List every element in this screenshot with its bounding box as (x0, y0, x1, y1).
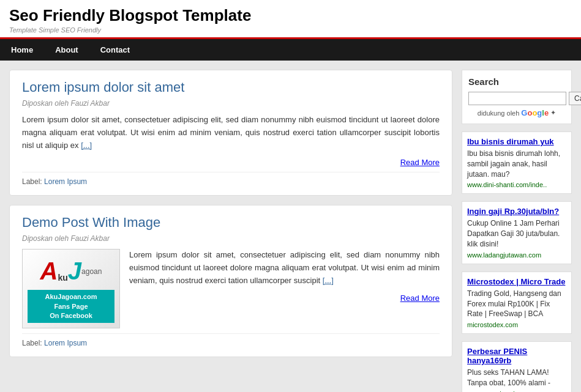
post-1-read-more: Read More (22, 158, 440, 167)
ad-2-desc: Cukup Online 1 Jam Perhari Dapatkan Gaji… (467, 218, 566, 249)
search-widget: Search Cari didukung oleh Google ✦ (462, 70, 572, 124)
page-wrapper: Lorem ipsum dolor sit amet Diposkan oleh… (0, 61, 581, 392)
post-2-title: Demo Post With Image (22, 215, 440, 231)
site-header: Seo Friendly Blogspot Template Template … (0, 0, 581, 37)
post-2-content: Lorem ipsum dolor sit amet, consectetuer… (129, 249, 440, 287)
post-2-image: A ku J agoan AkuJagoan.com Fans Page On … (22, 249, 120, 328)
img-bottom-text: AkuJagoan.com Fans Page On Facebook (28, 290, 114, 323)
ad-3-url: microstodex.com (467, 321, 566, 328)
post-2-read-more: Read More (129, 294, 440, 303)
post-2-body: A ku J agoan AkuJagoan.com Fans Page On … (22, 249, 440, 328)
nav-item-about[interactable]: About (44, 39, 89, 61)
ad-4-title[interactable]: Perbesar PENIS hanya169rb (467, 347, 566, 365)
post-1-title: Lorem ipsum dolor sit amet (22, 80, 440, 95)
ad-2-url: www.ladangjutawan.com (467, 251, 566, 259)
post-2-more-link[interactable]: [...] (323, 276, 334, 285)
nav-link-contact[interactable]: Contact (89, 39, 141, 61)
site-title: Seo Friendly Blogspot Template (9, 6, 572, 25)
main-content: Lorem ipsum dolor sit amet Diposkan oleh… (9, 70, 452, 392)
sidebar: Search Cari didukung oleh Google ✦ Ibu b… (462, 70, 572, 392)
post-2-author: Diposkan oleh Fauzi Akbar (22, 234, 440, 243)
ad-1-title[interactable]: Ibu bisnis dirumah yuk (467, 137, 566, 146)
site-tagline: Template Simple SEO Friendly (9, 26, 572, 34)
img-letter-agoan: agoan (81, 267, 102, 276)
nav-link-home[interactable]: Home (0, 39, 44, 61)
ad-2-title[interactable]: Ingin gaji Rp.30juta/bln? (467, 207, 566, 216)
search-input[interactable] (468, 92, 566, 105)
img-letter-j: J (68, 257, 81, 285)
search-button[interactable]: Cari (569, 92, 581, 105)
post-2-label: Label: Lorem Ipsum (22, 333, 440, 347)
google-powered: didukung oleh Google ✦ (468, 108, 565, 117)
search-title: Search (468, 76, 565, 87)
ad-3-title[interactable]: Microstodex | Micro Trade (467, 277, 566, 286)
post-1-label: Label: Lorem Ipsum (22, 172, 440, 186)
nav-link-about[interactable]: About (44, 39, 89, 61)
img-letter-a: A (40, 257, 58, 285)
nav-item-home[interactable]: Home (0, 39, 44, 61)
post-1-label-link[interactable]: Lorem Ipsum (44, 177, 87, 186)
post-2-label-link[interactable]: Lorem Ipsum (44, 339, 87, 347)
post-1: Lorem ipsum dolor sit amet Diposkan oleh… (9, 70, 452, 196)
search-row: Cari (468, 92, 565, 105)
ad-3-desc: Trading Gold, Hangseng dan Forex mulai R… (467, 289, 566, 319)
ad-1-url: www.dini-shanti.com/inde.. (467, 181, 566, 188)
post-2: Demo Post With Image Diposkan oleh Fauzi… (9, 205, 452, 357)
post-1-content: Lorem ipsum dolor sit amet, consectetuer… (22, 114, 440, 152)
navbar: Home About Contact (0, 37, 581, 61)
ad-4: Perbesar PENIS hanya169rb Plus seks TAHA… (462, 341, 572, 392)
img-letter-ku: ku (58, 273, 67, 283)
post-1-more-link[interactable]: [...] (81, 141, 92, 150)
ad-1-desc: Ibu bisa bisnis dirumah lohh, sambil jag… (467, 149, 566, 179)
post-1-author: Diposkan oleh Fauzi Akbar (22, 99, 440, 108)
ad-4-desc: Plus seks TAHAN LAMA! Tanpa obat, 100% a… (467, 368, 566, 388)
ad-2: Ingin gaji Rp.30juta/bln? Cukup Online 1… (462, 201, 572, 264)
ad-1: Ibu bisnis dirumah yuk Ibu bisa bisnis d… (462, 131, 572, 194)
nav-item-contact[interactable]: Contact (89, 39, 141, 61)
ad-3: Microstodex | Micro Trade Trading Gold, … (462, 272, 572, 334)
